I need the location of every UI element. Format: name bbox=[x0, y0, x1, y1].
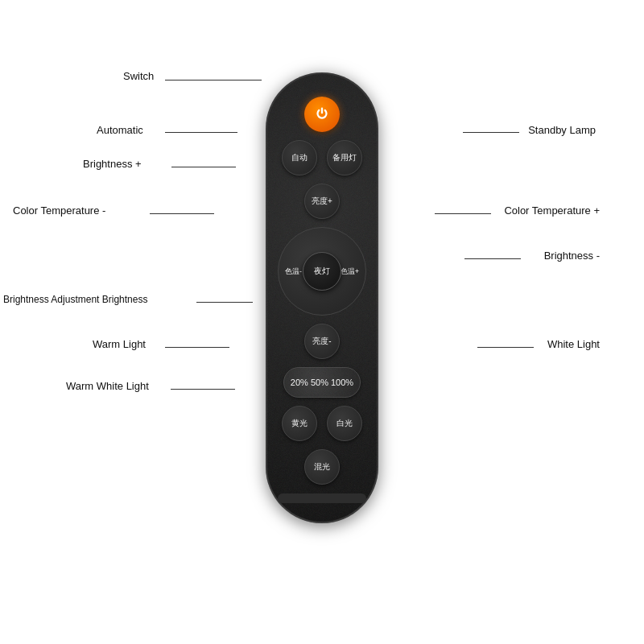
warm-white-label: Warm White Light bbox=[66, 380, 149, 392]
switch-line bbox=[165, 80, 262, 80]
switch-label: Switch bbox=[123, 70, 154, 82]
warm-light-button[interactable]: 黄光 bbox=[282, 406, 317, 441]
auto-button[interactable]: 自动 bbox=[282, 140, 317, 175]
brightness-minus-line bbox=[464, 258, 521, 259]
brightness-plus-button[interactable]: 亮度+ bbox=[304, 184, 340, 219]
brightness-preset-button[interactable]: 20% 50% 100% bbox=[283, 367, 361, 398]
color-temp-minus-annotation: Color Temperature - bbox=[13, 203, 105, 217]
white-light-label: White Light bbox=[547, 338, 600, 350]
remote-control: 自动 备用灯 亮度+ 色温- 夜灯 色温+ 亮度- 20% 5 bbox=[266, 72, 378, 523]
dpad-outer: 色温- 夜灯 色温+ bbox=[278, 227, 366, 316]
white-light-button[interactable]: 白光 bbox=[327, 406, 362, 441]
brightness-plus-annotation: Brightness + bbox=[83, 156, 142, 171]
color-temp-plus-label: 色温+ bbox=[341, 266, 359, 277]
power-button[interactable] bbox=[304, 97, 340, 132]
warm-light-line bbox=[165, 347, 229, 348]
brightness-minus-button[interactable]: 亮度- bbox=[304, 324, 340, 359]
warm-white-button[interactable]: 混光 bbox=[304, 449, 340, 485]
brightness-plus-line bbox=[171, 167, 236, 167]
warm-white-annotation: Warm White Light bbox=[66, 378, 149, 393]
standby-annotation: Standby Lamp bbox=[528, 122, 596, 137]
color-temp-plus-label: Color Temperature + bbox=[504, 204, 600, 217]
dpad-container: 色温- 夜灯 色温+ bbox=[278, 227, 366, 316]
color-temp-plus-line bbox=[435, 213, 491, 214]
color-temp-minus-label: 色温- bbox=[285, 266, 302, 277]
color-temp-plus-annotation: Color Temperature + bbox=[504, 203, 600, 217]
white-light-line bbox=[477, 347, 534, 348]
warm-white-row: 黄光 白光 bbox=[282, 406, 362, 441]
brightness-adj-line bbox=[196, 302, 253, 303]
auto-standby-row: 自动 备用灯 bbox=[282, 140, 362, 175]
warm-light-label: Warm Light bbox=[93, 338, 146, 350]
white-light-annotation: White Light bbox=[547, 336, 600, 351]
remote-bottom-bar bbox=[278, 493, 366, 503]
automatic-annotation: Automatic bbox=[97, 122, 143, 137]
brightness-adj-label: Brightness Adjustment Brightness bbox=[3, 294, 147, 305]
night-light-button[interactable]: 夜灯 bbox=[303, 252, 341, 291]
color-temp-minus-line bbox=[150, 213, 214, 214]
brightness-minus-label: Brightness - bbox=[544, 250, 600, 262]
standby-label: Standby Lamp bbox=[528, 124, 596, 136]
brightness-plus-label: Brightness + bbox=[83, 158, 142, 170]
warm-light-annotation: Warm Light bbox=[93, 336, 146, 351]
standby-line bbox=[463, 132, 519, 133]
brightness-minus-annotation: Brightness - bbox=[544, 248, 600, 262]
brightness-adj-annotation: Brightness Adjustment Brightness bbox=[3, 291, 147, 306]
switch-annotation: Switch bbox=[123, 68, 154, 83]
page-container: 自动 备用灯 亮度+ 色温- 夜灯 色温+ 亮度- 20% 5 bbox=[0, 0, 644, 644]
automatic-label: Automatic bbox=[97, 124, 143, 136]
automatic-line bbox=[165, 132, 237, 133]
color-temp-minus-label: Color Temperature - bbox=[13, 204, 105, 217]
standby-button[interactable]: 备用灯 bbox=[327, 140, 362, 175]
warm-white-line bbox=[171, 389, 235, 390]
